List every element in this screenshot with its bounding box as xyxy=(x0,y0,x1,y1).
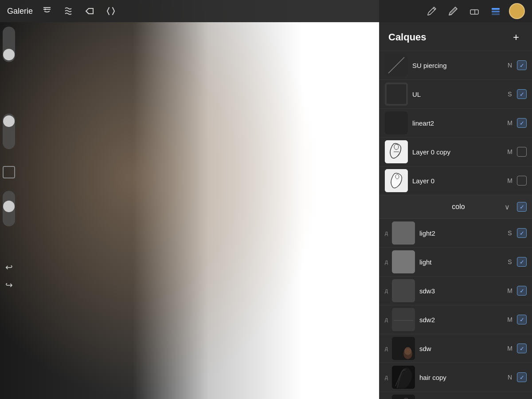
opacity-slider[interactable] xyxy=(3,114,15,149)
group-name: colo xyxy=(412,203,505,211)
sub-indicator: д xyxy=(385,316,391,323)
svg-rect-19 xyxy=(392,308,415,331)
blend-mode: M xyxy=(506,177,513,184)
transform-tool-icon[interactable] xyxy=(104,4,118,18)
layer-thumbnail xyxy=(392,221,415,245)
svg-rect-3 xyxy=(492,8,500,10)
tool-slider[interactable] xyxy=(3,191,15,226)
redo-button[interactable]: ↪ xyxy=(2,278,16,292)
layer-name: SU piercing xyxy=(412,62,506,69)
layers-tool-icon[interactable] xyxy=(488,3,504,19)
layer-info: Layer 0 copy xyxy=(412,148,506,156)
blend-mode: S xyxy=(506,91,513,98)
layer-visibility-checkbox[interactable] xyxy=(517,344,527,353)
top-toolbar: Galerie xyxy=(0,0,532,22)
selection-tool-icon[interactable] xyxy=(82,4,97,18)
blend-mode: S xyxy=(506,258,513,265)
layer-thumbnail xyxy=(385,169,408,192)
layer-name: Layer 0 copy xyxy=(412,148,506,156)
layer-name: sdw3 xyxy=(419,287,506,295)
layer-visibility-checkbox[interactable] xyxy=(517,228,527,238)
layer-info: sdw2 xyxy=(419,316,506,324)
svg-rect-9 xyxy=(387,84,406,104)
add-layer-button[interactable]: + xyxy=(509,30,523,44)
color-picker-square[interactable] xyxy=(3,166,15,178)
layer-visibility-checkbox[interactable] xyxy=(517,257,527,267)
layer-info: sdw xyxy=(419,345,506,352)
canvas-area[interactable] xyxy=(0,0,379,399)
layer-row[interactable]: д sdw3 M xyxy=(379,277,532,305)
layer-visibility-checkbox[interactable] xyxy=(517,60,527,70)
toolbar-right xyxy=(424,3,525,19)
tool-thumb xyxy=(3,201,15,212)
layer-info: sdw3 xyxy=(419,287,506,295)
layer-info: light xyxy=(419,258,506,266)
layer-thumbnail xyxy=(392,250,415,273)
layer-visibility-checkbox[interactable] xyxy=(517,89,527,99)
layer-thumbnail xyxy=(392,337,415,360)
layer-thumbnail xyxy=(392,279,415,302)
blend-mode: M xyxy=(506,345,513,352)
blend-mode: M xyxy=(506,148,513,155)
layer-right: S xyxy=(506,89,527,99)
layer-visibility-checkbox[interactable] xyxy=(517,372,527,382)
smudge-tool-icon[interactable] xyxy=(445,3,461,19)
layer-visibility-checkbox[interactable] xyxy=(517,147,527,157)
brush-tool-icon[interactable] xyxy=(424,3,440,19)
layer-row[interactable]: д light S xyxy=(379,248,532,277)
galerie-button[interactable]: Galerie xyxy=(7,7,33,16)
blend-mode: M xyxy=(506,316,513,323)
svg-point-23 xyxy=(404,347,411,355)
layer-right: ∨ xyxy=(505,202,527,212)
layer-visibility-checkbox[interactable] xyxy=(517,118,527,128)
layer-visibility-checkbox[interactable] xyxy=(517,315,527,324)
brush-size-thumb xyxy=(3,49,15,60)
group-thumb-spacer xyxy=(385,199,408,215)
layer-row[interactable]: д hair copy N xyxy=(379,363,532,392)
layer-row[interactable]: lineart2 M xyxy=(379,109,532,138)
layer-right: S xyxy=(506,228,527,238)
layer-right: N xyxy=(506,372,527,382)
layer-info: SU piercing xyxy=(412,62,506,69)
layer-thumbnail xyxy=(385,140,408,163)
layer-row[interactable]: Layer 0 copy M xyxy=(379,138,532,166)
layer-group-row[interactable]: colo ∨ xyxy=(379,195,532,219)
blend-mode: N xyxy=(506,374,513,381)
svg-rect-18 xyxy=(392,279,415,302)
layer-row[interactable]: UL S xyxy=(379,80,532,109)
brush-size-slider[interactable] xyxy=(3,27,15,62)
layer-row[interactable]: д sdw M xyxy=(379,392,532,399)
toolbar-left: Galerie xyxy=(7,4,424,18)
layer-row[interactable]: Layer 0 M xyxy=(379,166,532,195)
layer-name: sdw xyxy=(419,345,506,352)
layer-row[interactable]: д sdw M xyxy=(379,334,532,363)
layer-thumbnail xyxy=(385,54,408,77)
layer-row[interactable]: SU piercing N xyxy=(379,51,532,80)
svg-rect-4 xyxy=(492,11,500,12)
group-chevron-icon[interactable]: ∨ xyxy=(505,203,510,211)
color-swatch[interactable] xyxy=(509,3,525,19)
blend-mode: M xyxy=(506,287,513,294)
adjust-tool-icon[interactable] xyxy=(61,4,75,18)
sub-indicator: д xyxy=(385,230,391,236)
layer-right: M xyxy=(506,118,527,128)
layer-right: M xyxy=(506,286,527,296)
modify-tool-icon[interactable] xyxy=(40,4,54,18)
layer-row[interactable]: д sdw2 M xyxy=(379,305,532,334)
layer-visibility-checkbox[interactable] xyxy=(517,286,527,296)
layer-name: Layer 0 xyxy=(412,177,506,185)
layer-thumbnail xyxy=(392,395,415,399)
layer-info: Layer 0 xyxy=(412,177,506,185)
layer-right: M xyxy=(506,147,527,157)
svg-rect-10 xyxy=(385,111,408,134)
undo-button[interactable]: ↩ xyxy=(2,260,16,274)
eraser-tool-icon[interactable] xyxy=(466,3,482,19)
layer-right: M xyxy=(506,176,527,186)
layer-right: S xyxy=(506,257,527,267)
layer-visibility-checkbox[interactable] xyxy=(517,202,527,212)
svg-rect-17 xyxy=(392,250,415,273)
layer-info: UL xyxy=(412,91,506,98)
sub-indicator: д xyxy=(385,259,391,265)
layer-visibility-checkbox[interactable] xyxy=(517,176,527,186)
layer-row[interactable]: д light2 S xyxy=(379,219,532,248)
